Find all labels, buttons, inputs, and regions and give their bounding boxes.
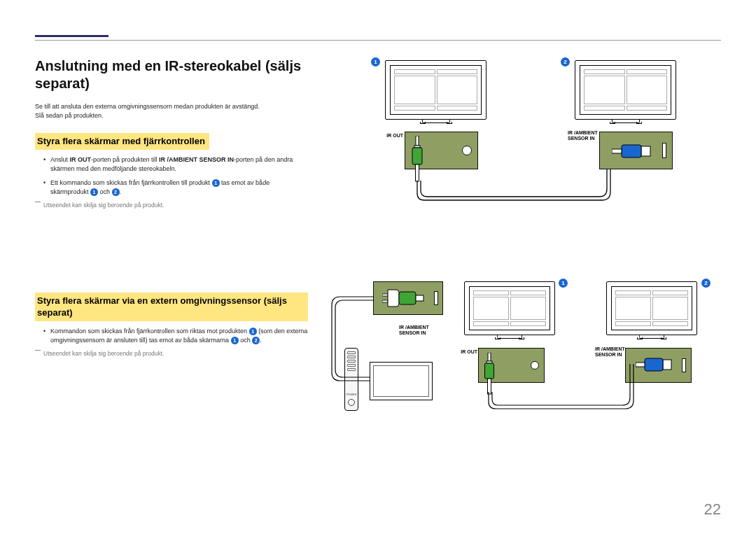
svg-rect-4 (641, 146, 650, 156)
intro-line-1: Se till att ansluta den externa omgivnin… (35, 103, 260, 110)
external-sensor-box-icon (370, 362, 433, 400)
bullet-2: Ett kommando som skickas från fjärrkontr… (43, 178, 308, 197)
header-accent-bar (35, 35, 108, 37)
badge-2-icon: 2 (112, 188, 120, 196)
svg-rect-15 (663, 360, 671, 370)
monitor-4-icon (606, 281, 697, 335)
section2-note: Utseendet kan skilja sig beroende på pro… (35, 350, 308, 357)
intro-text: Se till att ansluta den externa omgivnin… (35, 102, 308, 120)
header-rule (35, 40, 721, 41)
badge-1-icon: 1 (249, 328, 257, 335)
svg-rect-2 (412, 148, 422, 164)
ir-ambient-label-3: IR /AMBIENTSENSOR IN (595, 346, 625, 358)
badge-1-icon: 1 (231, 337, 239, 344)
svg-rect-6 (612, 149, 622, 153)
bullet-3: Kommandon som skickas från fjärrkontroll… (43, 327, 308, 346)
connector-blue-icon (612, 143, 651, 160)
svg-rect-11 (488, 353, 491, 361)
ir-ambient-label-1: IR /AMBIENTSENSOR IN (568, 130, 598, 141)
section2-bullets: Kommandon som skickas från fjärrkontroll… (35, 327, 308, 346)
svg-rect-0 (416, 136, 419, 146)
bullet-1: Anslut IR OUT-porten på produkten till I… (43, 155, 308, 174)
svg-rect-8 (382, 300, 388, 302)
ir-out-label-2: IR OUT (455, 349, 477, 355)
svg-rect-5 (622, 145, 641, 157)
section2-heading: Styra flera skärmar via en extern omgivn… (35, 293, 308, 321)
cable-sensor-icon (328, 295, 375, 393)
badge-1-icon: 1 (212, 179, 220, 187)
monitor-1-icon (385, 60, 486, 120)
diagram2-badge-2: 2 (701, 279, 710, 288)
section1-note: Utseendet kan skilja sig beroende på pro… (35, 202, 308, 209)
svg-rect-10 (416, 295, 424, 301)
monitor-3-icon (464, 281, 555, 335)
page-number: 22 (704, 500, 721, 519)
diagram-2: 1 2 (328, 288, 721, 449)
page-title: Anslutning med en IR-stereokabel (säljs … (35, 57, 308, 92)
text-column: Anslutning med en IR-stereokabel (säljs … (35, 57, 308, 463)
intro-line-2: Slå sedan på produkten. (35, 112, 104, 119)
section1-heading: Styra flera skärmar med fjärrkontrollen (35, 133, 209, 150)
monitor-2-icon (575, 60, 676, 120)
diagram-badge-1: 1 (371, 57, 380, 66)
badge-2-icon: 2 (252, 337, 260, 344)
cable-1-icon (413, 169, 616, 204)
power-plug-green-icon (382, 288, 424, 308)
ir-ambient-label-2: IR /AMBIENTSENSOR IN (399, 325, 429, 336)
connector-blue-2-icon (636, 357, 672, 372)
svg-rect-16 (645, 358, 663, 371)
cable-2-icon (485, 364, 640, 413)
svg-rect-7 (382, 294, 388, 296)
badge-1-icon: 1 (90, 188, 98, 196)
diagram2-badge-1: 1 (559, 279, 568, 288)
ir-out-label: IR OUT (381, 133, 403, 139)
diagram-badge-2: 2 (561, 57, 570, 66)
svg-rect-9 (399, 292, 416, 304)
diagram-1: 1 2 IR OUT (328, 57, 721, 204)
section1-bullets: Anslut IR OUT-porten på produkten till I… (35, 155, 308, 197)
diagram-column: 1 2 IR OUT (328, 57, 721, 463)
